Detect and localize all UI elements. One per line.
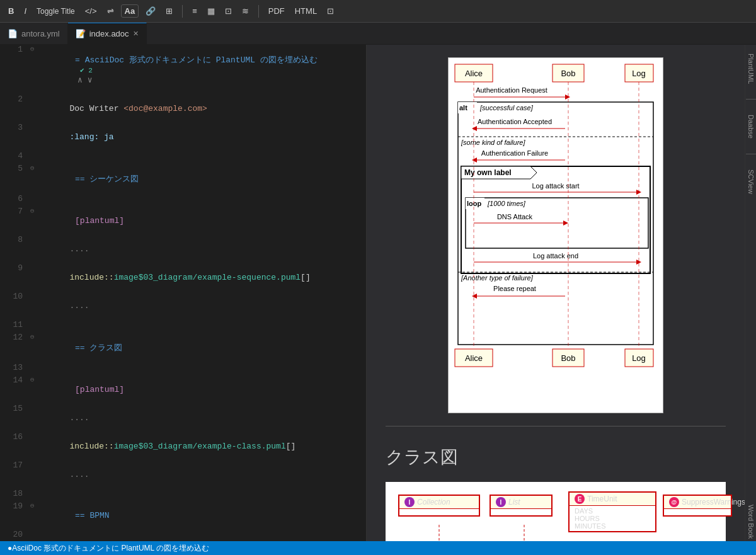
enum-icon-timeunit: E <box>575 494 585 504</box>
line-content: Doc Writer <doc@example.com> <box>30 94 361 123</box>
timeunit-member-days: DAYS <box>575 507 650 515</box>
please-repeat-label: Please repeat <box>493 285 536 292</box>
sidebar-item-wordbook[interactable]: Word Book <box>746 502 756 541</box>
editor-line-19: 19 ⊖ == BPMN <box>0 501 366 530</box>
section-divider <box>386 426 726 426</box>
bold-button[interactable]: B <box>5 5 17 17</box>
list-button[interactable]: ≡ <box>189 5 200 17</box>
editor-line-2: 2 Doc Writer <doc@example.com> <box>0 94 366 123</box>
line-content: .... <box>30 235 361 263</box>
please-repeat-arrow <box>472 294 477 299</box>
class-name-collection: Collection <box>417 498 450 506</box>
tab-antora-yml[interactable]: 📄 antora.yml <box>0 23 68 45</box>
editor-line-9: 9 include::image$03_diagram/example-sequ… <box>0 263 366 292</box>
sidebar-item-database[interactable]: Daabse <box>746 112 756 141</box>
editor-panel[interactable]: 1 ⊖ = AsciiDoc 形式のドキュメントに PlantUML の図を埋め… <box>0 45 367 541</box>
image-button[interactable]: ⊞ <box>163 5 176 17</box>
editor-line-5: 5 ⊖ == シーケンス図 <box>0 164 366 194</box>
separator-1 <box>182 5 183 18</box>
line-content: :lang: ja <box>30 123 361 151</box>
log-attack-start-label: Log attack start <box>532 182 579 190</box>
line-content: include::image$03_diagram/example-class.… <box>30 432 361 461</box>
sidebar-divider-1 <box>746 99 756 100</box>
code-button[interactable]: </> <box>82 5 100 17</box>
fold-icon[interactable]: ⊖ <box>30 45 35 53</box>
editor-line-16: 16 include::image$03_diagram/example-cla… <box>0 432 366 461</box>
line-content: == クラス図 <box>36 333 361 363</box>
editor-line-6: 6 <box>0 194 366 207</box>
auth-failure-arrow <box>472 157 477 163</box>
annotation-icon-suppresswarnings: @ <box>669 497 679 507</box>
line-number: 11 <box>5 320 23 329</box>
fold-icon[interactable]: ⊖ <box>30 375 35 384</box>
editor-line-7: 7 ⊖ [plantuml] <box>0 207 366 235</box>
line-content: include::image$03_diagram/example-sequen… <box>30 263 361 292</box>
line-number: 17 <box>5 461 23 470</box>
timeunit-member-hours: HOURS <box>575 515 650 522</box>
log-attack-end-label: Log attack end <box>533 252 578 260</box>
auth-request-label: Authentication Request <box>476 86 547 94</box>
sidebar-item-scview[interactable]: SCView <box>746 167 756 197</box>
status-text: AsciiDoc 形式のドキュメントに PlantUML の図を埋め込む <box>12 543 209 554</box>
editor-line-20: 20 <box>0 530 366 541</box>
line-number: 13 <box>5 363 23 372</box>
class-name-timeunit: TimeUnit <box>587 495 617 503</box>
line-number: 15 <box>5 404 23 413</box>
auth-failure-label: Authentication Failure <box>481 149 548 157</box>
dns-attack-arrow <box>563 220 568 226</box>
line-number: 9 <box>5 263 23 273</box>
actor-log-bottom: Log <box>632 353 646 363</box>
line-number: 2 <box>5 94 23 104</box>
line-number: 18 <box>5 489 23 498</box>
line-number: 10 <box>5 292 23 301</box>
italic-button[interactable]: I <box>21 5 30 17</box>
font-button[interactable]: Aa <box>121 4 139 18</box>
editor-line-4: 4 <box>0 151 366 164</box>
my-own-label: My own label <box>464 168 512 177</box>
editor-line-18: 18 <box>0 489 366 501</box>
actor-alice-top: Alice <box>465 69 483 78</box>
fold-icon[interactable]: ⊖ <box>30 333 35 341</box>
status-icon: ● <box>8 544 12 552</box>
editor-line-15: 15 .... <box>0 404 366 432</box>
sequence-diagram: Alice Bob Log Authentication Request alt <box>448 57 663 413</box>
status-bar: ● AsciiDoc 形式のドキュメントに PlantUML の図を埋め込む <box>0 541 756 555</box>
auth-accepted-arrow <box>472 126 477 131</box>
actor-log-top: Log <box>632 69 646 78</box>
pdf-button[interactable]: PDF <box>265 5 288 17</box>
tab-label-index: index.adoc <box>89 29 129 38</box>
format-button[interactable]: ⇌ <box>104 5 117 17</box>
fold-icon[interactable]: ⊖ <box>30 501 35 510</box>
right-sidebar: PlantUML Daabse SCView Word Book <box>745 45 756 541</box>
sidebar-item-plantuml[interactable]: PlantUML <box>746 51 756 86</box>
editor-line-12: 12 ⊖ == クラス図 <box>0 333 366 363</box>
asciidoc-icon: 📝 <box>76 29 86 38</box>
fold-icon[interactable]: ⊖ <box>30 164 35 172</box>
more-button[interactable]: ≋ <box>239 5 252 17</box>
alt-label: alt <box>459 104 467 112</box>
line-number: 1 <box>5 45 23 54</box>
html-button[interactable]: HTML <box>292 5 320 17</box>
loop-guard: [1000 times] <box>487 200 526 207</box>
class-timeunit: E TimeUnit DAYS HOURS MINUTES <box>568 491 656 532</box>
class-list: I List <box>490 495 553 517</box>
media-button[interactable]: ⊡ <box>222 5 235 17</box>
line-number: 16 <box>5 432 23 442</box>
separator-2 <box>258 5 259 18</box>
line-number: 14 <box>5 375 23 385</box>
fold-icon[interactable]: ⊖ <box>30 207 35 215</box>
class-name-list: List <box>508 498 520 506</box>
class-diagram-heading: クラス図 <box>386 445 726 469</box>
line-number: 6 <box>5 194 23 203</box>
editor-line-10: 10 .... <box>0 292 366 320</box>
table-button[interactable]: ▦ <box>204 5 218 17</box>
line-content: = AsciiDoc 形式のドキュメントに PlantUML の図を埋め込む ✔… <box>36 45 361 94</box>
toggle-title-button[interactable]: Toggle Title <box>33 6 78 17</box>
tab-close-icon[interactable]: ✕ <box>133 30 139 38</box>
link-button[interactable]: 🔗 <box>142 5 159 17</box>
tab-index-adoc[interactable]: 📝 index.adoc ✕ <box>68 23 147 45</box>
line-number: 19 <box>5 501 23 511</box>
line-content: [plantuml] <box>36 207 361 235</box>
actor-alice-bottom: Alice <box>465 353 483 363</box>
grid-button[interactable]: ⊡ <box>324 5 337 17</box>
